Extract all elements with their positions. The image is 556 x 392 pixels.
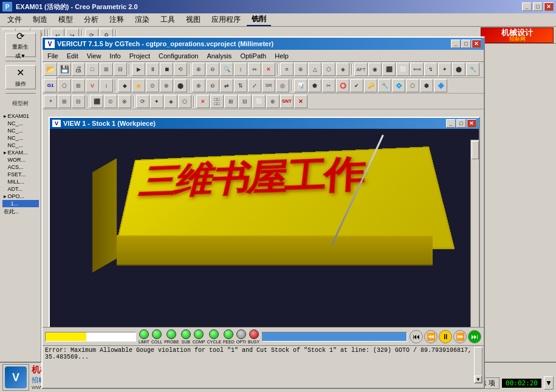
tb3-b16[interactable]: ⊕ bbox=[266, 95, 280, 108]
menu-apps[interactable]: 应用程序 bbox=[207, 14, 245, 26]
tb2-b21[interactable]: 🔧 bbox=[378, 79, 391, 92]
tree-item-6[interactable]: WOR... bbox=[2, 156, 39, 163]
tb2-b24[interactable]: ⬢ bbox=[420, 79, 433, 92]
nav-last[interactable]: ⏭ bbox=[468, 330, 481, 343]
tree-item-12[interactable]: 1... bbox=[2, 200, 39, 207]
sidebar-ops[interactable]: ✕ 操作 bbox=[5, 65, 36, 89]
tb3-b10[interactable]: ⬡ bbox=[178, 95, 191, 108]
maximize-btn[interactable]: □ bbox=[533, 2, 543, 11]
tb3-b9[interactable]: ◈ bbox=[164, 95, 177, 108]
sidebar-regenerate[interactable]: ⟳ 重新生 成▼ bbox=[5, 33, 36, 57]
tb2-b23[interactable]: ⬡ bbox=[406, 79, 419, 92]
tb-b9[interactable]: ⊖ bbox=[206, 63, 219, 76]
tb2-chart[interactable]: 📊 bbox=[294, 79, 307, 92]
menu-manufacture[interactable]: 制造 bbox=[28, 14, 52, 26]
tb2-b10[interactable]: ⊕ bbox=[192, 79, 205, 92]
vmenu-help[interactable]: Help bbox=[271, 52, 292, 60]
tb2-b7[interactable]: ⊙ bbox=[146, 79, 159, 92]
tb-b19[interactable]: AFT bbox=[354, 63, 368, 76]
tree-item-1[interactable]: NC_... bbox=[2, 120, 39, 127]
tb3-b17[interactable]: SNT bbox=[280, 95, 293, 108]
tb-b13[interactable]: ✕ bbox=[262, 63, 275, 76]
vmenu-config[interactable]: Configuration bbox=[155, 52, 202, 60]
tree-item-3[interactable]: NC_... bbox=[2, 134, 39, 142]
tb-b20[interactable]: ◉ bbox=[368, 63, 382, 76]
tb-b17[interactable]: ⬡ bbox=[322, 63, 335, 76]
tb2-b4[interactable]: ↕ bbox=[100, 79, 113, 92]
vmenu-edit[interactable]: Edit bbox=[63, 52, 82, 60]
tree-item-10[interactable]: ADT... bbox=[2, 185, 39, 193]
close-btn[interactable]: ✕ bbox=[544, 2, 554, 11]
tree-item-5[interactable]: ▸ EXAM... bbox=[2, 149, 39, 156]
vmenu-analysis[interactable]: Analysis bbox=[203, 52, 235, 60]
tb3-b13[interactable]: ⊞ bbox=[224, 95, 238, 108]
nav-first[interactable]: ⏮ bbox=[410, 330, 423, 343]
tb2-b6[interactable]: ◉ bbox=[132, 79, 145, 92]
tb-b8[interactable]: ⊕ bbox=[192, 63, 205, 76]
tb2-b16[interactable]: ◎ bbox=[276, 79, 289, 92]
scrollbar-thumb[interactable] bbox=[472, 141, 479, 159]
tb-b1[interactable]: □ bbox=[86, 63, 99, 76]
tb2-b2[interactable]: ⊞ bbox=[72, 79, 85, 92]
tb-b16[interactable]: △ bbox=[308, 63, 321, 76]
tb3-b1[interactable]: ⌖ bbox=[44, 95, 57, 108]
tb3-b8[interactable]: ✦ bbox=[150, 95, 163, 108]
tb-b27[interactable]: 🔧 bbox=[466, 63, 479, 76]
tb2-b9[interactable]: ⬤ bbox=[174, 79, 187, 92]
tb3-b15[interactable]: ⬜ bbox=[252, 95, 266, 108]
tb-b14[interactable]: ≡ bbox=[280, 63, 293, 76]
tb-b22[interactable]: ⬜ bbox=[396, 63, 410, 76]
tb2-b19[interactable]: ⭕ bbox=[336, 79, 349, 92]
menu-analysis[interactable]: 分析 bbox=[79, 14, 103, 26]
tb2-b20[interactable]: ✔ bbox=[350, 79, 363, 92]
tree-item-13[interactable]: 在此... bbox=[2, 207, 39, 216]
tb3-b4[interactable]: ⬛ bbox=[90, 95, 103, 108]
tb2-b17[interactable]: ⬟ bbox=[308, 79, 321, 92]
tb3-b14[interactable]: ⊟ bbox=[238, 95, 252, 108]
tb3-b7[interactable]: ⟳ bbox=[136, 95, 149, 108]
tb3-b6[interactable]: ⊗ bbox=[118, 95, 131, 108]
tree-item-8[interactable]: FSET... bbox=[2, 171, 39, 178]
tree-item-7[interactable]: ACS... bbox=[2, 163, 39, 171]
tb3-b12[interactable]: □□□□ bbox=[210, 95, 224, 108]
tb2-b5[interactable]: ◆ bbox=[118, 79, 131, 92]
vmenu-project[interactable]: Project bbox=[126, 52, 154, 60]
menu-view[interactable]: 视图 bbox=[181, 14, 205, 26]
vericut-minimize[interactable]: _ bbox=[451, 40, 461, 48]
tb-print[interactable]: 🖨 bbox=[72, 63, 85, 76]
view-minimize[interactable]: _ bbox=[446, 119, 456, 128]
menu-tools[interactable]: 工具 bbox=[156, 14, 180, 26]
tb2-b8[interactable]: ⊗ bbox=[160, 79, 173, 92]
tb-b18[interactable]: ◈ bbox=[336, 63, 349, 76]
vmenu-view[interactable]: View bbox=[83, 52, 105, 60]
tb-b3[interactable]: ⊟ bbox=[114, 63, 127, 76]
view-maximize[interactable]: □ bbox=[456, 119, 466, 128]
tree-item-2[interactable]: NC_... bbox=[2, 127, 39, 134]
tree-item-9[interactable]: MILL... bbox=[2, 178, 39, 185]
tb3-b3[interactable]: ⊟ bbox=[72, 95, 85, 108]
vmenu-optipath[interactable]: OptiPath bbox=[236, 52, 270, 60]
tree-item-4[interactable]: NC_... bbox=[2, 142, 39, 149]
view-scrollbar-v[interactable] bbox=[470, 140, 479, 337]
vericut-close[interactable]: ✕ bbox=[472, 40, 481, 48]
tb-b25[interactable]: ✦ bbox=[438, 63, 451, 76]
tb-open[interactable]: 📂 bbox=[44, 63, 57, 76]
tb2-b11[interactable]: ⊖ bbox=[206, 79, 219, 92]
tb-b23[interactable]: ⟺ bbox=[410, 63, 424, 76]
menu-file[interactable]: 文件 bbox=[2, 14, 27, 26]
tree-item-0[interactable]: ▸ EXAM01 bbox=[2, 112, 39, 120]
tb-b10[interactable]: 🔍 bbox=[220, 63, 233, 76]
tb2-b13[interactable]: ⇅ bbox=[234, 79, 247, 92]
nav-next[interactable]: ⏩ bbox=[453, 330, 467, 343]
menu-model[interactable]: 模型 bbox=[53, 14, 78, 26]
menu-annotation[interactable]: 注释 bbox=[105, 14, 129, 26]
tb-b4[interactable]: ▶ bbox=[132, 63, 145, 76]
tb-b24[interactable]: ↯ bbox=[424, 63, 438, 76]
tb3-b11[interactable]: ✕ bbox=[196, 95, 210, 108]
tb3-b5[interactable]: ⊙ bbox=[104, 95, 117, 108]
tb-b11[interactable]: ↕ bbox=[234, 63, 247, 76]
tb-b2[interactable]: ⊞ bbox=[100, 63, 113, 76]
tb3-b2[interactable]: ⊞ bbox=[58, 95, 71, 108]
vmenu-info[interactable]: Info bbox=[106, 52, 124, 60]
tb2-g1[interactable]: G1 bbox=[44, 79, 57, 92]
